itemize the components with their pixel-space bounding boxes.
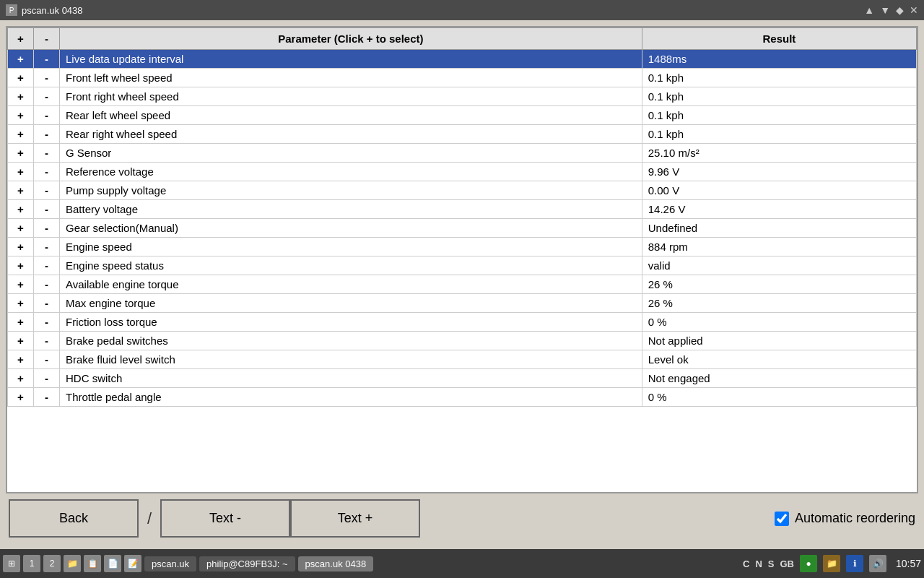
taskbar-icon-6[interactable]: 📝 — [124, 555, 141, 572]
fullscreen-icon[interactable]: ◆ — [896, 4, 904, 16]
taskbar-icon-1[interactable]: 1 — [23, 555, 40, 572]
table-row: +-Reference voltage9.96 V — [8, 163, 917, 181]
result-cell: Not applied — [642, 332, 916, 350]
auto-reorder-checkbox[interactable] — [775, 512, 789, 526]
minus-button-cell[interactable]: - — [34, 69, 60, 87]
minus-button-cell[interactable]: - — [34, 87, 60, 106]
result-cell: Not engaged — [642, 369, 916, 388]
plus-button-cell[interactable]: + — [8, 275, 34, 294]
taskbar-terminal[interactable]: philip@C89FB3J: ~ — [199, 556, 295, 571]
minus-button-cell[interactable]: - — [34, 275, 60, 294]
table-row: +-Battery voltage14.26 V — [8, 200, 917, 219]
window-title: pscan.uk 0438 — [22, 5, 83, 16]
app-icon: P — [6, 4, 17, 16]
data-table-container: + - Parameter (Click + to select) Result… — [6, 26, 918, 493]
plus-button-cell[interactable]: + — [8, 144, 34, 163]
minus-button-cell[interactable]: - — [34, 350, 60, 369]
result-cell: 0.00 V — [642, 181, 916, 200]
plus-button-cell[interactable]: + — [8, 125, 34, 144]
table-header-row: + - Parameter (Click + to select) Result — [8, 28, 917, 50]
minus-button-cell[interactable]: - — [34, 332, 60, 350]
taskbar-icon-4[interactable]: 📋 — [84, 555, 101, 572]
text-plus-button[interactable]: Text + — [290, 499, 420, 538]
plus-button-cell[interactable]: + — [8, 313, 34, 332]
parameter-cell: Throttle pedal angle — [60, 388, 642, 407]
result-cell: 0.1 kph — [642, 106, 916, 125]
table-row: +-HDC switchNot engaged — [8, 369, 917, 388]
taskbar-start-icon[interactable]: ⊞ — [3, 555, 20, 572]
minus-button-cell[interactable]: - — [34, 106, 60, 125]
plus-button-cell[interactable]: + — [8, 87, 34, 106]
plus-button-cell[interactable]: + — [8, 163, 34, 181]
col-plus-header[interactable]: + — [8, 28, 34, 50]
taskbar-gb: GB — [780, 558, 795, 569]
table-row: +-Rear left wheel speed0.1 kph — [8, 106, 917, 125]
minus-button-cell[interactable]: - — [34, 125, 60, 144]
restore-icon[interactable]: ▼ — [880, 4, 890, 16]
minus-button-cell[interactable]: - — [34, 50, 60, 69]
taskbar-pscan-0438[interactable]: pscan.uk 0438 — [298, 556, 374, 571]
taskbar-icon-3[interactable]: 📁 — [64, 555, 81, 572]
parameter-cell: Rear left wheel speed — [60, 106, 642, 125]
minus-button-cell[interactable]: - — [34, 163, 60, 181]
plus-button-cell[interactable]: + — [8, 69, 34, 87]
plus-button-cell[interactable]: + — [8, 388, 34, 407]
table-row: +-Pump supply voltage0.00 V — [8, 181, 917, 200]
minus-button-cell[interactable]: - — [34, 294, 60, 313]
taskbar: ⊞ 1 2 📁 📋 📄 📝 pscan.uk philip@C89FB3J: ~… — [0, 549, 924, 578]
col-parameter-header: Parameter (Click + to select) — [60, 28, 642, 50]
plus-button-cell[interactable]: + — [8, 219, 34, 238]
plus-button-cell[interactable]: + — [8, 238, 34, 256]
col-result-header: Result — [642, 28, 916, 50]
minus-button-cell[interactable]: - — [34, 200, 60, 219]
plus-button-cell[interactable]: + — [8, 181, 34, 200]
table-body: +-Live data update interval1488ms+-Front… — [8, 50, 917, 407]
minus-button-cell[interactable]: - — [34, 238, 60, 256]
titlebar-left: P pscan.uk 0438 — [6, 4, 83, 16]
result-cell: 0.1 kph — [642, 69, 916, 87]
table-row: +-Max engine torque26 % — [8, 294, 917, 313]
minus-button-cell[interactable]: - — [34, 256, 60, 275]
taskbar-info-icon[interactable]: ℹ — [846, 555, 863, 572]
close-icon[interactable]: ✕ — [910, 4, 918, 16]
minus-button-cell[interactable]: - — [34, 219, 60, 238]
parameter-cell: HDC switch — [60, 369, 642, 388]
minus-button-cell[interactable]: - — [34, 369, 60, 388]
parameter-cell: Max engine torque — [60, 294, 642, 313]
table-row: +-Live data update interval1488ms — [8, 50, 917, 69]
plus-button-cell[interactable]: + — [8, 256, 34, 275]
table-row: +-Rear right wheel speed0.1 kph — [8, 125, 917, 144]
minus-button-cell[interactable]: - — [34, 313, 60, 332]
result-cell: 884 rpm — [642, 238, 916, 256]
taskbar-pscan[interactable]: pscan.uk — [144, 556, 196, 571]
parameter-cell: Rear right wheel speed — [60, 125, 642, 144]
result-cell: 14.26 V — [642, 200, 916, 219]
plus-button-cell[interactable]: + — [8, 106, 34, 125]
taskbar-green-icon[interactable]: ● — [800, 555, 817, 572]
table-row: +-Friction loss torque0 % — [8, 313, 917, 332]
text-minus-button[interactable]: Text - — [160, 499, 290, 538]
table-row: +-Engine speed statusvalid — [8, 256, 917, 275]
plus-button-cell[interactable]: + — [8, 294, 34, 313]
col-minus-header[interactable]: - — [34, 28, 60, 50]
plus-button-cell[interactable]: + — [8, 332, 34, 350]
result-cell: 0 % — [642, 313, 916, 332]
result-cell: 1488ms — [642, 50, 916, 69]
minus-button-cell[interactable]: - — [34, 388, 60, 407]
back-button[interactable]: Back — [9, 499, 139, 538]
taskbar-icon-5[interactable]: 📄 — [104, 555, 121, 572]
result-cell: Undefined — [642, 219, 916, 238]
taskbar-folder-icon[interactable]: 📁 — [823, 555, 840, 572]
result-cell: 9.96 V — [642, 163, 916, 181]
plus-button-cell[interactable]: + — [8, 200, 34, 219]
table-row: +-Brake pedal switchesNot applied — [8, 332, 917, 350]
minus-button-cell[interactable]: - — [34, 181, 60, 200]
taskbar-speaker-icon[interactable]: 🔊 — [869, 555, 886, 572]
parameter-cell: Brake fluid level switch — [60, 350, 642, 369]
plus-button-cell[interactable]: + — [8, 350, 34, 369]
minimize-icon[interactable]: ▲ — [864, 4, 874, 16]
plus-button-cell[interactable]: + — [8, 369, 34, 388]
plus-button-cell[interactable]: + — [8, 50, 34, 69]
taskbar-icon-2[interactable]: 2 — [43, 555, 61, 572]
minus-button-cell[interactable]: - — [34, 144, 60, 163]
